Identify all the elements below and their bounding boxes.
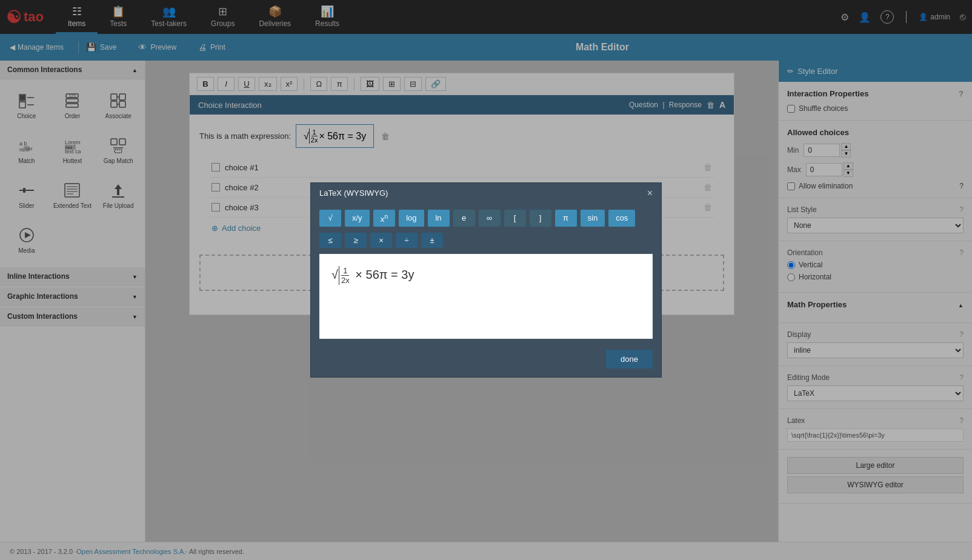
latex-btn-div[interactable]: ÷ bbox=[396, 233, 418, 248]
latex-btn-times[interactable]: × bbox=[370, 233, 392, 248]
latex-btn-pm[interactable]: ± bbox=[421, 233, 443, 248]
latex-btn-pow[interactable]: xn bbox=[373, 210, 396, 227]
latex-btn-ln[interactable]: ln bbox=[428, 210, 450, 227]
latex-btn-leq[interactable]: ≤ bbox=[319, 233, 341, 248]
center-content: B I U x₂ x² Ω π 🖼 ⊞ ⊟ 🔗 Choice Interacti… bbox=[145, 61, 778, 542]
latex-done-button[interactable]: done bbox=[606, 350, 653, 368]
latex-dialog-overlay: LaTeX (WYSIWYG) × √ x/y xn log ln e ∞ [ … bbox=[145, 61, 778, 542]
latex-btn-rbracket[interactable]: ] bbox=[530, 210, 551, 227]
main-layout: Common Interactions Choice 123 bbox=[0, 61, 972, 542]
latex-btn-pi[interactable]: π bbox=[555, 210, 577, 227]
latex-btn-lbracket[interactable]: [ bbox=[504, 210, 526, 227]
latex-buttons: √ x/y xn log ln e ∞ [ ] π sin cos bbox=[311, 204, 661, 233]
latex-dialog-title: LaTeX (WYSIWYG) bbox=[319, 188, 388, 198]
latex-btn-geq[interactable]: ≥ bbox=[345, 233, 367, 248]
latex-dialog: LaTeX (WYSIWYG) × √ x/y xn log ln e ∞ [ … bbox=[310, 182, 662, 378]
latex-btn-sin[interactable]: sin bbox=[581, 210, 605, 227]
latex-rendered-math: √ 1 2x × 56π = 3y bbox=[331, 266, 414, 285]
latex-done-row: done bbox=[311, 345, 661, 377]
latex-math-display[interactable]: √ 1 2x × 56π = 3y bbox=[319, 254, 653, 339]
latex-close-button[interactable]: × bbox=[647, 188, 653, 199]
latex-dialog-header: LaTeX (WYSIWYG) × bbox=[311, 183, 661, 204]
latex-btn-e[interactable]: e bbox=[453, 210, 475, 227]
latex-btn-sqrt[interactable]: √ bbox=[319, 210, 341, 227]
latex-buttons-row2: ≤ ≥ × ÷ ± bbox=[311, 233, 661, 254]
latex-btn-frac[interactable]: x/y bbox=[345, 210, 370, 227]
latex-btn-log[interactable]: log bbox=[399, 210, 424, 227]
latex-btn-inf[interactable]: ∞ bbox=[479, 210, 501, 227]
latex-btn-cos[interactable]: cos bbox=[608, 210, 635, 227]
